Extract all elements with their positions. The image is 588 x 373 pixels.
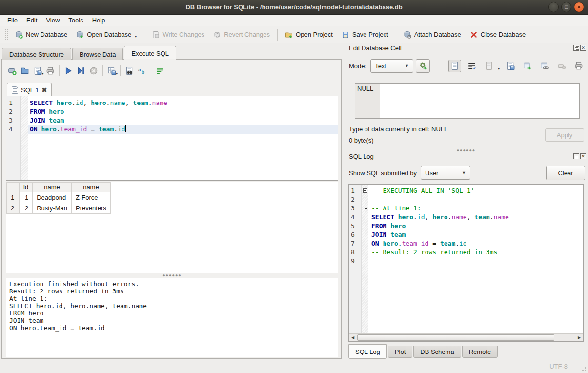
close-button[interactable]: × bbox=[574, 2, 584, 12]
cell-value-editor[interactable]: NULL bbox=[355, 83, 580, 119]
copy-link-button[interactable] bbox=[538, 60, 551, 72]
maximize-button[interactable]: □ bbox=[561, 2, 571, 12]
toggle-wrap-button[interactable] bbox=[154, 64, 166, 77]
execute-all-button[interactable] bbox=[62, 64, 75, 77]
svg-text:a: a bbox=[138, 67, 141, 72]
new-database-button-label: New Database bbox=[26, 31, 67, 38]
chevron-down-icon[interactable]: ▾ bbox=[135, 34, 137, 39]
log-horizontal-scrollbar[interactable]: ◀ ▶ bbox=[349, 333, 583, 341]
save-project-button[interactable]: Save Project bbox=[337, 28, 393, 41]
toolbar-drag-handle[interactable] bbox=[5, 29, 8, 41]
open-external-button[interactable] bbox=[521, 60, 534, 72]
chevron-down-icon[interactable]: ▾ bbox=[116, 72, 118, 76]
export-data-button[interactable] bbox=[504, 60, 517, 72]
execution-log[interactable]: Execution finished without errors. Resul… bbox=[6, 278, 338, 357]
float-panel-icon[interactable] bbox=[573, 45, 579, 51]
find-button[interactable] bbox=[123, 64, 136, 77]
window-controls: −□× bbox=[548, 2, 584, 12]
open-sql-icon bbox=[20, 66, 29, 75]
db-new-icon bbox=[15, 31, 23, 39]
menu-help[interactable]: Help bbox=[88, 15, 110, 25]
sql-toolbar: ▾▾ab bbox=[6, 64, 166, 77]
tab-browse-data[interactable]: Browse Data bbox=[72, 48, 123, 60]
edit-cell-dock-header: Edit Database Cell ✕ bbox=[344, 43, 588, 53]
scroll-left-icon[interactable]: ◀ bbox=[349, 334, 357, 341]
open-sql-file-button[interactable] bbox=[19, 64, 31, 77]
column-header[interactable]: name bbox=[33, 183, 72, 192]
word-wrap-button[interactable] bbox=[466, 60, 478, 72]
chevron-down-icon[interactable]: ▾ bbox=[42, 72, 44, 76]
resize-grip-icon[interactable] bbox=[580, 365, 587, 372]
table-row: 22Rusty-ManPreventers bbox=[7, 203, 111, 214]
table-cell[interactable]: Preventers bbox=[71, 203, 110, 214]
table-cell[interactable]: 2 bbox=[20, 203, 33, 214]
attach-db-icon bbox=[404, 31, 411, 39]
window-title: DB Browser for SQLite - /home/user/code/… bbox=[0, 3, 588, 11]
close-sql-tab-icon[interactable]: ✖ bbox=[41, 86, 47, 94]
submitted-by-select[interactable]: User ▼ bbox=[421, 166, 470, 180]
word-wrap-icon bbox=[467, 62, 476, 70]
code-line: 4ON hero.team_id = team.id bbox=[6, 125, 338, 134]
mode-select[interactable]: Text ▼ bbox=[370, 59, 413, 73]
tab-remote[interactable]: Remote bbox=[462, 346, 498, 358]
code-line: 7ON hero.team_id = team.id bbox=[349, 239, 583, 248]
sql-log-dock: SQL Log ✕ Show SQL submitted by User ▼ C… bbox=[344, 152, 588, 162]
results-log-splitter[interactable]: ●●●●●● bbox=[6, 274, 338, 277]
corner-header[interactable] bbox=[7, 183, 20, 192]
scroll-right-icon[interactable]: ▶ bbox=[575, 334, 583, 341]
main-tab-bar: Database StructureBrowse DataExecute SQL bbox=[2, 46, 177, 60]
open-project-button-label: Open Project bbox=[296, 31, 333, 38]
tab-sql-log[interactable]: SQL Log bbox=[348, 344, 387, 359]
print-sql-button[interactable] bbox=[44, 64, 57, 77]
cell-value: NULL bbox=[357, 85, 373, 92]
menu-tools[interactable]: Tools bbox=[64, 15, 87, 25]
float-panel-icon[interactable] bbox=[573, 153, 579, 159]
sql-editor[interactable]: 1SELECT hero.id, hero.name, team.name2FR… bbox=[6, 96, 338, 181]
execute-current-line-button[interactable] bbox=[75, 64, 87, 77]
tab-database-structure[interactable]: Database Structure bbox=[2, 48, 71, 60]
table-cell[interactable]: Deadpond bbox=[33, 192, 72, 203]
menu-file[interactable]: File bbox=[3, 15, 22, 25]
sql-tab[interactable]: SQL 1 ✖ bbox=[7, 83, 52, 96]
table-cell[interactable]: 1 bbox=[20, 192, 33, 203]
results-table[interactable]: idnamename11DeadpondZ-Force22Rusty-ManPr… bbox=[6, 182, 338, 273]
scrollbar-thumb[interactable] bbox=[357, 334, 554, 341]
row-header[interactable]: 2 bbox=[7, 203, 20, 214]
attach-database-button[interactable]: Attach Database bbox=[399, 28, 466, 41]
tab-db-schema[interactable]: DB Schema bbox=[413, 346, 461, 358]
close-panel-icon[interactable]: ✕ bbox=[580, 45, 586, 51]
clear-button[interactable]: Clear bbox=[546, 166, 585, 180]
table-header-row: idnamename bbox=[7, 183, 111, 192]
close-database-button[interactable]: Close Database bbox=[466, 28, 530, 41]
code-line: 3JOIN team bbox=[6, 116, 338, 125]
chevron-down-icon: ▼ bbox=[405, 63, 409, 68]
open-project-button[interactable]: Open Project bbox=[281, 28, 337, 41]
code-line: 1-- EXECUTING ALL IN 'SQL 1' bbox=[349, 186, 583, 195]
close-panel-icon[interactable]: ✕ bbox=[580, 153, 586, 159]
filter-label: Show SQL submitted by bbox=[349, 169, 417, 177]
main-toolbar: New DatabaseOpen Database▾Write ChangesR… bbox=[0, 26, 588, 43]
titlebar[interactable]: DB Browser for SQLite - /home/user/code/… bbox=[0, 0, 588, 15]
new-database-button[interactable]: New Database bbox=[11, 28, 72, 41]
text-mode-button[interactable] bbox=[448, 60, 461, 72]
sql-log-title: SQL Log bbox=[349, 153, 374, 160]
open-database-button[interactable]: Open Database▾ bbox=[72, 28, 141, 41]
table-cell[interactable]: Rusty-Man bbox=[33, 203, 72, 214]
menu-view[interactable]: View bbox=[41, 15, 64, 25]
sql-log-view[interactable]: 1-- EXECUTING ALL IN 'SQL 1'2--3-- At li… bbox=[348, 184, 584, 342]
new-sql-tab-button[interactable] bbox=[6, 64, 19, 77]
row-header[interactable]: 1 bbox=[7, 192, 20, 203]
tab-plot[interactable]: Plot bbox=[388, 346, 412, 358]
apply-settings-button[interactable] bbox=[416, 59, 430, 73]
fold-marker-icon[interactable] bbox=[363, 188, 367, 193]
minimize-button[interactable]: − bbox=[548, 2, 559, 12]
table-cell[interactable]: Z-Force bbox=[71, 192, 110, 203]
apply-button[interactable]: Apply bbox=[545, 128, 584, 142]
export-grid-icon bbox=[107, 66, 116, 75]
column-header[interactable]: name bbox=[71, 183, 110, 192]
print-cell-button[interactable] bbox=[572, 60, 585, 72]
tab-execute-sql[interactable]: Execute SQL bbox=[124, 46, 176, 60]
menu-edit[interactable]: Edit bbox=[22, 15, 41, 25]
auto-complete-button[interactable]: ab bbox=[136, 64, 148, 77]
column-header[interactable]: id bbox=[20, 183, 33, 192]
